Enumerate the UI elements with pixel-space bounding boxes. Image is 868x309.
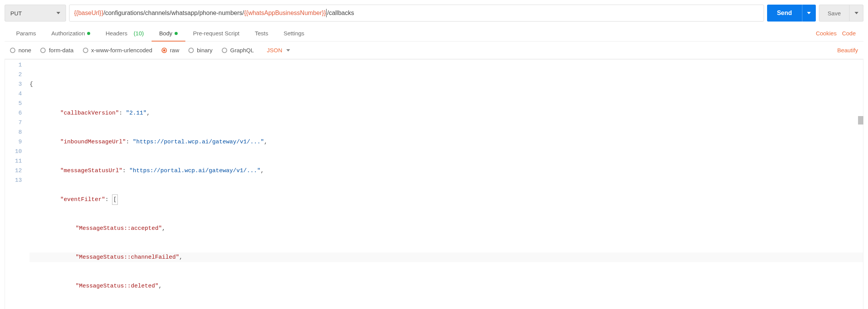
tab-authorization[interactable]: Authorization — [44, 25, 98, 41]
headers-count: (10) — [134, 30, 144, 37]
url-path: /callbacks — [327, 10, 354, 17]
radio-icon — [10, 48, 15, 53]
send-options-button[interactable] — [802, 5, 816, 22]
indicator-dot-icon — [87, 32, 90, 35]
radio-icon — [83, 48, 88, 53]
line-gutter: 12345678910111213 — [5, 60, 26, 309]
radio-icon — [188, 48, 194, 53]
tab-tests[interactable]: Tests — [247, 25, 276, 41]
beautify-link[interactable]: Beautify — [837, 47, 858, 53]
http-method-select[interactable]: PUT — [5, 5, 66, 22]
radio-selected-icon — [162, 48, 167, 53]
scrollbar-thumb[interactable] — [858, 116, 863, 125]
body-type-raw[interactable]: raw — [162, 47, 179, 53]
caret-down-icon — [855, 12, 858, 14]
cookies-link[interactable]: Cookies — [816, 30, 837, 37]
code-content[interactable]: { "callbackVersion": "2.11", "inboundMes… — [26, 60, 863, 309]
tab-body[interactable]: Body — [152, 25, 185, 41]
code-link[interactable]: Code — [842, 30, 856, 37]
raw-language-select[interactable]: JSON — [267, 47, 290, 53]
body-type-xwww[interactable]: x-www-form-urlencoded — [83, 47, 152, 53]
url-variable: {{baseUrl}} — [74, 10, 104, 17]
body-type-binary[interactable]: binary — [188, 47, 213, 53]
caret-down-icon — [56, 12, 60, 14]
tab-prerequest[interactable]: Pre-request Script — [185, 25, 247, 41]
body-type-none[interactable]: none — [10, 47, 31, 53]
tab-settings[interactable]: Settings — [276, 25, 312, 41]
url-path: /configurations/channels/whatsapp/phone-… — [104, 10, 244, 17]
radio-icon — [222, 48, 227, 53]
request-url-input[interactable]: {{baseUrl}} /configurations/channels/wha… — [69, 5, 764, 22]
request-tabs: Params Authorization Headers (10) Body P… — [5, 25, 863, 42]
tab-headers[interactable]: Headers (10) — [98, 25, 152, 41]
http-method-value: PUT — [10, 10, 22, 17]
body-type-formdata[interactable]: form-data — [40, 47, 73, 53]
text-cursor — [326, 9, 327, 17]
body-type-graphql[interactable]: GraphQL — [222, 47, 254, 53]
request-bar: PUT {{baseUrl}} /configurations/channels… — [5, 5, 863, 22]
save-button[interactable]: Save — [819, 5, 850, 22]
send-button[interactable]: Send — [767, 5, 802, 22]
url-variable: {{whatsAppBusinessNumber}} — [244, 10, 326, 17]
body-editor[interactable]: 12345678910111213 { "callbackVersion": "… — [5, 59, 863, 309]
body-subtype-bar: none form-data x-www-form-urlencoded raw… — [5, 42, 863, 59]
tab-params[interactable]: Params — [8, 25, 44, 41]
caret-down-icon — [807, 12, 811, 14]
indicator-dot-icon — [175, 32, 178, 35]
caret-down-icon — [286, 49, 290, 52]
save-options-button[interactable] — [850, 5, 863, 22]
radio-icon — [40, 48, 46, 53]
